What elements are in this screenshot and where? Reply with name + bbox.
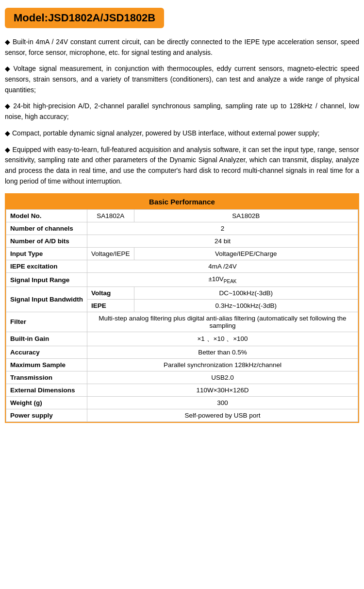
table-row: Power supplySelf-powered by USB port	[6, 409, 358, 421]
row-label: Built-in Gain	[6, 332, 87, 346]
row-value-a: SA1802A	[87, 210, 134, 222]
table-row: Signal Input Range±10VPEAK	[6, 273, 358, 287]
row-value: 24 bit	[87, 235, 358, 248]
table-row: FilterMulti-step analog filtering plus d…	[6, 312, 358, 332]
feature-list: Built-in 4mA / 24V constant current circ…	[5, 37, 359, 186]
model-title: Model:JSD1802A/JSD1802B	[5, 8, 164, 28]
table-row: External Dimensions110W×30H×126D	[6, 384, 358, 396]
feature-item: 24-bit high-precision A/D, 2-channel par…	[5, 101, 359, 122]
table-row: AccuracyBetter than 0.5%	[6, 346, 358, 358]
row-value: 110W×30H×126D	[87, 384, 358, 396]
table-row: Weight (g)300	[6, 396, 358, 409]
table-row: Number of A/D bits24 bit	[6, 235, 358, 248]
page-container: Model:JSD1802A/JSD1802B Built-in 4mA / 2…	[0, 0, 364, 431]
table-row: Model No.SA1802ASA1802B	[6, 210, 358, 222]
row-label: Maximum Sample	[6, 358, 87, 371]
table-row: Number of channels2	[6, 222, 358, 235]
table-title: Basic Performance	[6, 194, 358, 209]
feature-item: Voltage signal measurement, in conjuncti…	[5, 64, 359, 95]
row-label: External Dimensions	[6, 384, 87, 396]
row-value: 2	[87, 222, 358, 235]
row-label: IEPE excitation	[6, 260, 87, 273]
row-label: Signal Input Bandwidth	[6, 286, 87, 312]
table-row: Signal Input BandwidthVoltagDC~100kHz(-3…	[6, 286, 358, 299]
row-value: 4mA /24V	[87, 260, 358, 273]
row-value-b: Voltage/IEPE/Charge	[134, 248, 358, 260]
row-value: Multi-step analog filtering plus digital…	[87, 312, 358, 332]
table-row: Built-in Gain×1 、×10 、×100	[6, 332, 358, 346]
row-value: DC~100kHz(-3dB)	[134, 286, 358, 299]
performance-table: Model No.SA1802ASA1802BNumber of channel…	[6, 209, 358, 422]
performance-table-wrapper: Basic Performance Model No.SA1802ASA1802…	[5, 193, 359, 423]
row-value: 0.3Hz~100kHz(-3dB)	[134, 299, 358, 312]
row-value: ×1 、×10 、×100	[87, 332, 358, 346]
row-label: Accuracy	[6, 346, 87, 358]
row-sublabel: Voltag	[87, 286, 134, 299]
table-row: IEPE excitation4mA /24V	[6, 260, 358, 273]
row-sublabel: IEPE	[87, 299, 134, 312]
row-label: Weight (g)	[6, 396, 87, 409]
row-label: Model No.	[6, 210, 87, 222]
row-value: USB2.0	[87, 371, 358, 384]
row-value: Parallel synchronization 128kHz/channel	[87, 358, 358, 371]
row-value: ±10VPEAK	[87, 273, 358, 287]
row-value: Self-powered by USB port	[87, 409, 358, 421]
row-value: Better than 0.5%	[87, 346, 358, 358]
row-value: 300	[87, 396, 358, 409]
row-value-a: Voltage/IEPE	[87, 248, 134, 260]
row-label: Input Type	[6, 248, 87, 260]
table-row: Input TypeVoltage/IEPEVoltage/IEPE/Charg…	[6, 248, 358, 260]
table-row: Maximum SampleParallel synchronization 1…	[6, 358, 358, 371]
row-label: Signal Input Range	[6, 273, 87, 287]
subscript-text: PEAK	[224, 279, 237, 284]
row-label: Transmission	[6, 371, 87, 384]
feature-item: Compact, portable dynamic signal analyze…	[5, 128, 359, 139]
feature-item: Built-in 4mA / 24V constant current circ…	[5, 37, 359, 58]
row-label: Power supply	[6, 409, 87, 421]
row-label: Number of channels	[6, 222, 87, 235]
row-value-b: SA1802B	[134, 210, 358, 222]
row-label: Filter	[6, 312, 87, 332]
feature-item: Equipped with easy-to-learn, full-featur…	[5, 145, 359, 187]
row-label: Number of A/D bits	[6, 235, 87, 248]
table-row: TransmissionUSB2.0	[6, 371, 358, 384]
